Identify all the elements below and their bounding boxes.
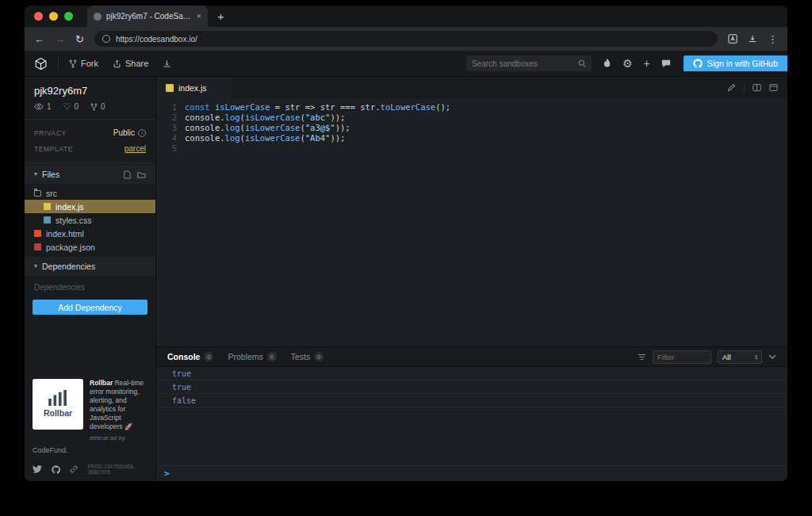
prettify-pencil-icon[interactable]: [727, 83, 736, 92]
forward-button[interactable]: →: [55, 34, 65, 44]
file-tree: src index.js styles.css index.html packa…: [25, 184, 155, 255]
devtools-panel: Console 0 Problems 0 Tests 0 All ▴▾ tru: [156, 346, 787, 481]
code-lines[interactable]: const isLowerCase = str => str === str.t…: [185, 102, 787, 346]
zoom-window-button[interactable]: [64, 12, 73, 21]
console-output[interactable]: truetruefalse: [156, 367, 787, 465]
file-row-styles-css[interactable]: styles.css: [25, 213, 155, 227]
console-log-row: true: [156, 367, 787, 380]
file-name: package.json: [46, 243, 95, 252]
export-button[interactable]: [163, 59, 171, 68]
split-view-icon[interactable]: [753, 83, 761, 92]
js-file-icon: [166, 84, 174, 92]
sandbox-title: pjk92ry6m7: [25, 77, 155, 102]
file-name: index.html: [46, 229, 84, 239]
files-section-header[interactable]: ▾ Files: [25, 165, 155, 184]
header-divider: [58, 57, 59, 70]
build-id: PROD-1547565458-388b7905: [87, 464, 147, 475]
downloads-icon[interactable]: [748, 34, 757, 44]
share-icon: [113, 59, 121, 68]
sidebar-footer: PROD-1547565458-388b7905: [25, 457, 155, 481]
minimize-window-button[interactable]: [49, 12, 58, 21]
file-row-index-html[interactable]: index.html: [25, 227, 155, 240]
chat-icon[interactable]: [661, 59, 671, 68]
info-icon[interactable]: i: [138, 129, 146, 137]
codefund-label[interactable]: CodeFund.: [25, 441, 155, 454]
preview-layout-icon[interactable]: [769, 83, 778, 92]
rollbar-mark-icon: [47, 390, 69, 406]
console-prompt[interactable]: >: [156, 465, 787, 481]
new-folder-icon[interactable]: [137, 171, 146, 178]
rollbar-wordmark: Rollbar: [44, 408, 72, 418]
likes-stat[interactable]: ♡ 0: [63, 102, 79, 111]
views-stat: 1: [34, 102, 52, 111]
editor-area: index.js 12345 const isLowerCase = str =…: [156, 77, 787, 481]
new-file-icon[interactable]: [124, 170, 131, 179]
ethical-ad-label: ethical ad by: [90, 434, 147, 441]
editor-tab-bar: index.js: [156, 77, 787, 98]
search-input[interactable]: [472, 59, 574, 68]
sign-in-github-button[interactable]: Sign in with GitHub: [684, 55, 787, 71]
close-window-button[interactable]: [34, 12, 43, 21]
tab-close-icon[interactable]: ×: [197, 12, 201, 21]
json-icon: [34, 243, 41, 250]
twitter-icon[interactable]: [33, 464, 42, 474]
browser-window: pjk92ry6m7 - CodeSandbox × + ← → ↻ https…: [25, 6, 787, 481]
github-icon[interactable]: [52, 464, 60, 475]
share-button[interactable]: Share: [113, 59, 148, 68]
new-sandbox-plus-icon[interactable]: +: [644, 58, 650, 69]
file-name: styles.css: [56, 216, 92, 225]
devtools-tab-tests[interactable]: Tests 0: [291, 352, 324, 361]
refresh-button[interactable]: ↻: [75, 34, 84, 44]
settings-gear-icon[interactable]: ⚙: [622, 58, 633, 69]
sponsor-ad[interactable]: Rollbar Rollbar Real-time error monitori…: [25, 379, 155, 441]
collapse-panel-icon[interactable]: [768, 354, 776, 359]
sandbox-search[interactable]: [466, 55, 592, 71]
browser-tab[interactable]: pjk92ry6m7 - CodeSandbox ×: [87, 6, 208, 27]
line-numbers: 12345: [156, 102, 177, 346]
heart-icon: ♡: [63, 102, 71, 111]
fork-button[interactable]: Fork: [69, 59, 98, 68]
file-row-index-js[interactable]: index.js: [25, 200, 155, 213]
workspace-sidebar: pjk92ry6m7 1 ♡ 0 0 PRIVACY: [25, 77, 156, 481]
dependencies-section-header[interactable]: ▾ Dependencies: [25, 257, 155, 276]
site-info-icon[interactable]: [102, 35, 110, 43]
file-row-package-json[interactable]: package.json: [25, 240, 155, 254]
code-editor[interactable]: 12345 const isLowerCase = str => str ===…: [156, 98, 787, 346]
back-button[interactable]: ←: [34, 34, 44, 44]
privacy-row: PRIVACY Public i: [34, 128, 146, 137]
editor-tab-indexjs[interactable]: index.js: [156, 77, 232, 98]
log-level-select[interactable]: All ▴▾: [718, 350, 762, 364]
file-name: src: [46, 189, 57, 198]
privacy-value: Public i: [113, 128, 146, 137]
template-link[interactable]: parcel: [124, 144, 146, 153]
js-icon: [44, 203, 51, 210]
new-tab-button[interactable]: +: [217, 10, 224, 22]
browser-menu-icon[interactable]: ⋮: [768, 34, 778, 44]
url-text: https://codesandbox.io/: [116, 35, 197, 44]
devtools-tab-console[interactable]: Console 0: [167, 352, 213, 361]
rollbar-logo: Rollbar: [33, 379, 83, 430]
url-bar[interactable]: https://codesandbox.io/: [94, 31, 718, 47]
fork-icon: [69, 59, 77, 68]
console-log-row: false: [156, 394, 787, 407]
folder-icon: [34, 190, 41, 197]
forks-stat: 0: [90, 102, 105, 111]
codesandbox-logo-icon[interactable]: [34, 57, 48, 71]
devtools-header: Console 0 Problems 0 Tests 0 All ▴▾: [156, 347, 787, 367]
console-log-row: true: [156, 380, 787, 394]
traffic-lights: [34, 12, 73, 21]
search-icon: [578, 59, 586, 67]
privacy-label: PRIVACY: [34, 129, 67, 137]
explore-flame-icon[interactable]: [603, 59, 611, 68]
add-dependency-button[interactable]: Add Dependency: [33, 300, 147, 315]
link-icon[interactable]: [70, 464, 78, 474]
file-row-src[interactable]: src: [25, 186, 155, 200]
toolbar-divider: [744, 82, 745, 94]
devtools-tab-problems[interactable]: Problems 0: [228, 352, 276, 361]
template-label: TEMPLATE: [34, 145, 73, 153]
filter-lines-icon[interactable]: [638, 354, 646, 361]
ad-copy: Rollbar Real-time error monitoring, aler…: [90, 379, 147, 431]
translate-icon[interactable]: [728, 34, 737, 44]
console-filter-input[interactable]: [653, 350, 711, 364]
fork-icon: [90, 103, 98, 111]
